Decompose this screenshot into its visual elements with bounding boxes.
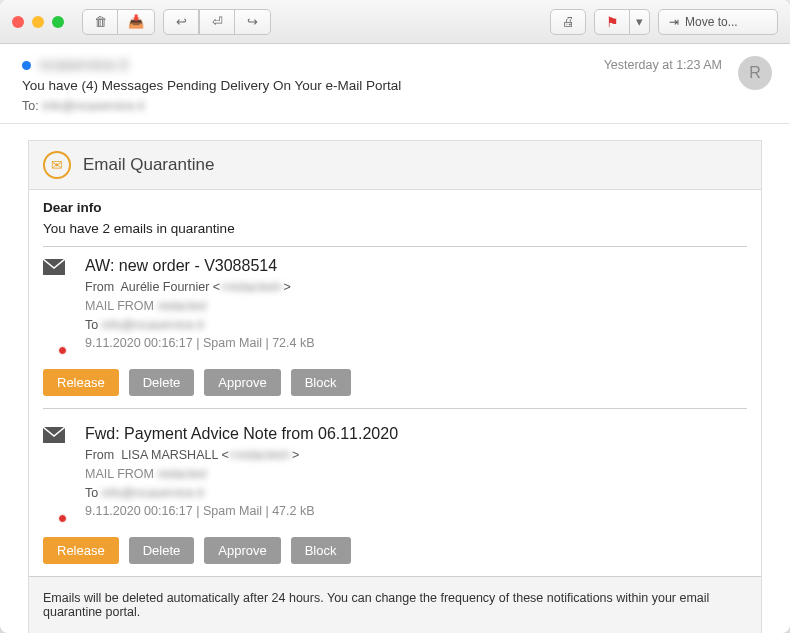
print-button[interactable]: 🖨 [550,9,586,35]
blocked-mail-icon [43,425,71,521]
forward-icon: ↪ [247,14,258,29]
archive-icon: 📥 [128,14,144,29]
move-to-button[interactable]: ⇥ Move to... [658,9,778,35]
minimize-window-button[interactable] [32,16,44,28]
unread-indicator [22,61,31,70]
block-button[interactable]: Block [291,369,351,396]
quarantine-actions: Release Delete Approve Block [43,537,747,568]
message-body: ✉ Email Quarantine Dear info You have 2 … [0,124,790,633]
quarantine-item-meta: 9.11.2020 00:16:17 | Spam Mail | 47.2 kB [85,502,747,521]
card-header: ✉ Email Quarantine [29,141,761,190]
quarantine-item-meta: 9.11.2020 00:16:17 | Spam Mail | 72.4 kB [85,334,747,353]
quarantine-item-title: Fwd: Payment Advice Note from 06.11.2020 [85,425,747,443]
block-button[interactable]: Block [291,537,351,564]
zoom-window-button[interactable] [52,16,64,28]
message-header: ncaservice.it You have (4) Messages Pend… [0,44,790,124]
to-value: info@ncaservice.it [42,99,144,113]
release-button[interactable]: Release [43,537,119,564]
window-controls [12,16,64,28]
quarantine-item-title: AW: new order - V3088514 [85,257,747,275]
sender-avatar: R [738,56,772,90]
trash-button[interactable]: 🗑 [82,9,118,35]
flag-icon: ⚑ [606,14,619,30]
flag-button[interactable]: ⚑ [594,9,630,35]
quarantine-card: ✉ Email Quarantine Dear info You have 2 … [28,140,762,633]
quarantine-actions: Release Delete Approve Block [43,369,747,409]
print-icon: 🖨 [562,14,575,29]
folder-move-icon: ⇥ [669,15,679,29]
reply-button[interactable]: ↩ [163,9,199,35]
mail-window: 🗑 📥 ↩ ⏎ ↪ 🖨 ⚑ ▾ ⇥ Move to... ncaservice.… [0,0,790,633]
footer-note: Emails will be deleted automatically aft… [29,576,761,633]
flag-menu-button[interactable]: ▾ [630,9,650,35]
delete-button[interactable]: Delete [129,369,195,396]
reply-icon: ↩ [176,14,187,29]
approve-button[interactable]: Approve [204,537,280,564]
quarantine-badge-icon: ✉ [43,151,71,179]
blocked-mail-icon [43,257,71,353]
titlebar: 🗑 📥 ↩ ⏎ ↪ 🖨 ⚑ ▾ ⇥ Move to... [0,0,790,44]
delete-button[interactable]: Delete [129,537,195,564]
chevron-down-icon: ▾ [636,14,643,29]
forward-button[interactable]: ↪ [235,9,271,35]
quarantine-item: AW: new order - V3088514 From Aurélie Fo… [43,246,747,367]
timestamp: Yesterday at 1:23 AM [604,58,722,72]
card-title: Email Quarantine [83,155,214,175]
move-to-label: Move to... [685,15,738,29]
release-button[interactable]: Release [43,369,119,396]
reply-all-button[interactable]: ⏎ [199,9,235,35]
sender-name: ncaservice.it [39,56,128,74]
reply-all-icon: ⏎ [212,14,223,29]
to-label: To: [22,99,39,113]
trash-icon: 🗑 [94,14,107,29]
archive-button[interactable]: 📥 [118,9,155,35]
approve-button[interactable]: Approve [204,369,280,396]
intro-text: You have 2 emails in quarantine [43,221,747,236]
close-window-button[interactable] [12,16,24,28]
greeting: Dear info [43,200,747,215]
subject-line: You have (4) Messages Pending Delivery O… [22,78,768,93]
quarantine-item: Fwd: Payment Advice Note from 06.11.2020… [43,415,747,535]
